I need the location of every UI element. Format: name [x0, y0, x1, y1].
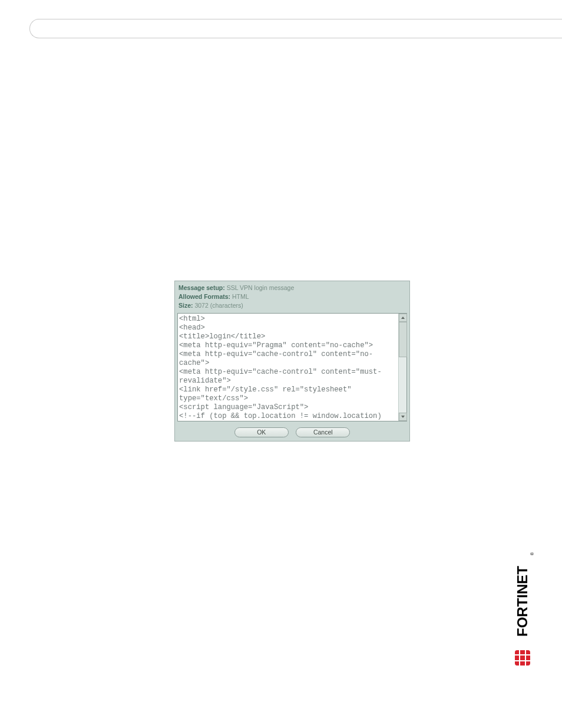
header-rule-box [29, 19, 562, 38]
scroll-down-button[interactable] [399, 413, 407, 421]
fortinet-logo: FORTINET [514, 557, 531, 669]
size-label: Size: [178, 302, 193, 309]
logo-text-span: FORTINET [514, 566, 531, 637]
allowed-formats-label: Allowed Formats: [178, 293, 230, 300]
allowed-formats-value: HTML [232, 293, 249, 300]
html-textarea[interactable]: <html> <head> <title>login</title> <meta… [177, 313, 407, 421]
arrow-down-icon [401, 416, 405, 418]
dialog-button-row: OK Cancel [175, 424, 409, 441]
ok-button[interactable]: OK [234, 427, 289, 437]
message-setup-value: SSL VPN login message [227, 284, 295, 291]
cancel-button[interactable]: Cancel [296, 427, 350, 437]
textarea-content[interactable]: <html> <head> <title>login</title> <meta… [178, 314, 398, 421]
logo-text: FORTINET [514, 557, 531, 645]
scrollbar[interactable] [398, 314, 406, 421]
arrow-up-icon [401, 317, 405, 319]
dialog-header: Message setup: SSL VPN login message All… [175, 281, 409, 312]
message-setup-label: Message setup: [178, 284, 225, 291]
size-value: 3072 (characters) [194, 302, 243, 309]
logo-mark-icon [515, 650, 530, 666]
scroll-thumb[interactable] [399, 322, 407, 357]
registered-mark: ® [530, 552, 534, 555]
scroll-up-button[interactable] [399, 314, 407, 322]
message-setup-dialog: Message setup: SSL VPN login message All… [174, 281, 410, 442]
